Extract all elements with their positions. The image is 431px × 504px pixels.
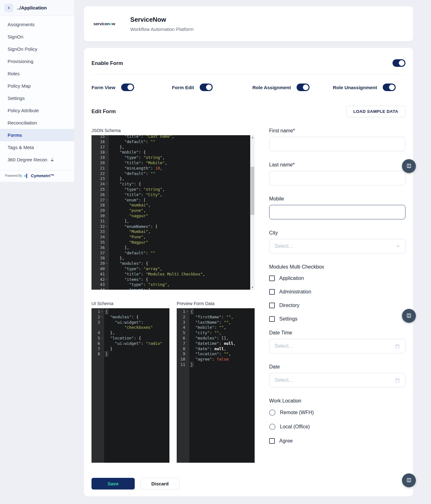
directory-checkbox[interactable] bbox=[269, 303, 275, 308]
form-view-group: Form View bbox=[92, 84, 172, 91]
sidebar-item-label: Tags & Meta bbox=[8, 145, 34, 150]
edit-form-label: Edit Form bbox=[92, 108, 116, 114]
enable-form-toggle[interactable] bbox=[393, 59, 405, 67]
datetime-label: Date Time bbox=[269, 330, 405, 336]
cymmetri-logo-icon bbox=[25, 174, 28, 178]
sidebar-item-tags-meta[interactable]: Tags & Meta bbox=[0, 141, 74, 154]
sidebar-item-signon-policy[interactable]: SignOn Policy bbox=[0, 43, 74, 55]
city-label: City bbox=[269, 230, 405, 236]
sidebar-item-reconciliation[interactable]: Reconciliation bbox=[0, 117, 74, 129]
form-edit-toggle[interactable] bbox=[200, 84, 213, 91]
role-unassignment-group: Role Unassignment bbox=[333, 84, 405, 91]
first-name-field: First name* bbox=[269, 128, 405, 151]
json-schema-editor[interactable]: 15 "title": "Last name",16 "default": ""… bbox=[92, 135, 255, 290]
ui-schema-label: UI Schema bbox=[92, 301, 169, 306]
agree-row[interactable]: Agree bbox=[269, 438, 405, 444]
datetime-placeholder: Select... bbox=[275, 343, 293, 349]
role-unassignment-label: Role Unassignment bbox=[333, 85, 377, 90]
sidebar-item-policy-map[interactable]: Policy Map bbox=[0, 80, 74, 92]
administration-checkbox[interactable] bbox=[269, 289, 275, 295]
chevron-left-icon bbox=[7, 6, 11, 10]
checkbox-row-settings[interactable]: Settings bbox=[269, 316, 405, 322]
powered-by: Powered By Cymmetri™ bbox=[0, 170, 74, 182]
cymmetri-logo bbox=[25, 174, 28, 178]
radio-row-remote[interactable]: Remote (WFH) bbox=[269, 409, 405, 416]
date-label: Date bbox=[269, 364, 405, 370]
sidebar-item-assignments[interactable]: Assignments bbox=[0, 18, 74, 31]
sidebar-item-signon[interactable]: SignOn bbox=[0, 31, 74, 43]
sidebar-item-forms[interactable]: Forms bbox=[0, 129, 74, 141]
scroll-down-icon[interactable] bbox=[250, 285, 255, 290]
save-button[interactable]: Save bbox=[92, 478, 135, 490]
divider bbox=[92, 74, 405, 75]
settings-checkbox[interactable] bbox=[269, 316, 275, 322]
editor-lines: 1▾{2▾ "modules": {3 "ui:widget": "checkb… bbox=[92, 308, 169, 357]
form-config-card: Enable Form Form View Form Edit Role Ass… bbox=[84, 48, 413, 496]
ui-schema-editor[interactable]: 1▾{2▾ "modules": {3 "ui:widget": "checkb… bbox=[92, 308, 169, 463]
main-content: servicenow ServiceNow Workflow Automatio… bbox=[84, 0, 413, 496]
datetime-picker[interactable]: Select... bbox=[269, 339, 405, 353]
sidebar-item-label: Forms bbox=[8, 132, 22, 138]
toggle-knob bbox=[206, 84, 212, 90]
first-name-input[interactable] bbox=[269, 137, 405, 151]
local-office-radio[interactable] bbox=[269, 424, 275, 430]
calendar-icon bbox=[395, 344, 400, 349]
editor-lines: 1▾{2 "firstName": "",3 "lastName": "",4 … bbox=[177, 308, 255, 368]
docs-floating-button[interactable] bbox=[402, 473, 416, 487]
form-view-label: Form View bbox=[92, 85, 115, 90]
radio-row-local[interactable]: Local (Office) bbox=[269, 424, 405, 430]
agree-checkbox[interactable] bbox=[269, 438, 275, 444]
role-assignment-label: Role Assignment bbox=[252, 85, 291, 90]
sidebar-item-policy-attribute[interactable]: Policy Attribute bbox=[0, 104, 74, 117]
ui-schema-block: UI Schema 1▾{2▾ "modules": {3 "ui:widget… bbox=[92, 301, 169, 463]
sidebar-item-roles[interactable]: Roles bbox=[0, 67, 74, 80]
last-name-label: Last name* bbox=[269, 162, 405, 168]
work-location-group: Work Location Remote (WFH) Local (Office… bbox=[269, 398, 405, 430]
sidebar-item-provisioning[interactable]: Provisioning bbox=[0, 55, 74, 67]
preview-form-data-editor[interactable]: 1▾{2 "firstName": "",3 "lastName": "",4 … bbox=[177, 308, 255, 463]
enable-form-label: Enable Form bbox=[92, 60, 123, 66]
work-location-label: Work Location bbox=[269, 398, 405, 404]
breadcrumb-label: ../Application bbox=[17, 5, 47, 10]
mobile-label: Mobile bbox=[269, 196, 405, 202]
mobile-input[interactable] bbox=[269, 205, 405, 219]
role-unassignment-toggle[interactable] bbox=[383, 84, 396, 91]
datetime-field: Date Time Select... bbox=[269, 330, 405, 353]
date-picker[interactable]: Select... bbox=[269, 373, 405, 387]
checkbox-row-administration[interactable]: Administration bbox=[269, 289, 405, 295]
toggle-knob bbox=[127, 84, 133, 90]
checkbox-row-application[interactable]: Application bbox=[269, 275, 405, 281]
date-placeholder: Select... bbox=[275, 377, 293, 383]
application-checkbox[interactable] bbox=[269, 275, 275, 281]
discard-button[interactable]: Discard bbox=[140, 478, 180, 490]
remote-wfh-radio[interactable] bbox=[269, 409, 275, 416]
sidebar-item-label: 360 Degree Recon bbox=[8, 157, 47, 162]
toggle-knob bbox=[399, 60, 404, 66]
scroll-up-icon[interactable] bbox=[250, 135, 255, 140]
docs-floating-button[interactable] bbox=[402, 159, 416, 173]
administration-label: Administration bbox=[279, 289, 311, 295]
modules-checkbox-group: Modules Multi Checkbox Application Admin… bbox=[269, 264, 405, 322]
settings-label: Settings bbox=[279, 316, 298, 322]
app-title-block: ServiceNow Workflow Automation Platform bbox=[130, 16, 194, 32]
toggle-knob bbox=[303, 84, 309, 90]
scrollbar-thumb[interactable] bbox=[251, 167, 254, 215]
form-view-toggle[interactable] bbox=[121, 84, 134, 91]
role-assignment-toggle[interactable] bbox=[297, 84, 310, 91]
role-assignment-group: Role Assignment bbox=[252, 84, 333, 91]
docs-floating-button[interactable] bbox=[402, 309, 416, 323]
load-sample-data-button[interactable]: LOAD SAMPLE DATA bbox=[346, 106, 405, 117]
checkbox-row-directory[interactable]: Directory bbox=[269, 303, 405, 308]
directory-label: Directory bbox=[279, 303, 299, 308]
sidebar-item-360-degree-recon[interactable]: 360 Degree Recon bbox=[0, 154, 74, 166]
form-edit-label: Form Edit bbox=[172, 85, 194, 90]
editor-and-preview-grid: JSON Schema 15 "title": "Last name",16 "… bbox=[92, 128, 405, 490]
last-name-input[interactable] bbox=[269, 171, 405, 185]
flask-icon bbox=[50, 157, 55, 162]
editor-scrollbar[interactable] bbox=[250, 135, 255, 290]
city-select[interactable]: Select... bbox=[269, 239, 405, 253]
city-select-placeholder: Select... bbox=[275, 243, 293, 249]
actions-row: Save Discard bbox=[92, 478, 255, 490]
sidebar-item-settings[interactable]: Settings bbox=[0, 92, 74, 104]
back-button[interactable] bbox=[4, 3, 13, 12]
